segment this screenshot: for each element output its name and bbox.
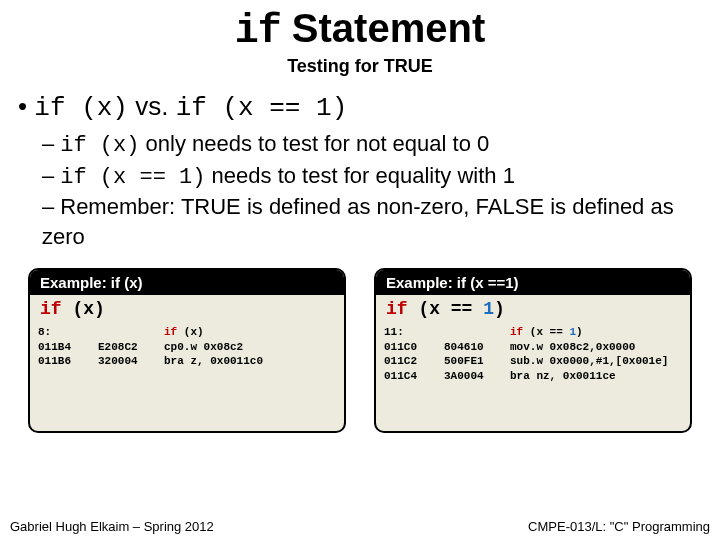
- example-header: Example: if (x): [30, 270, 344, 295]
- sub-bullet: –Remember: TRUE is defined as non-zero, …: [42, 192, 702, 251]
- examples-row: Example: if (x) if (x) 8: 011B4 011B6 E2…: [0, 268, 720, 433]
- code-snippet: if (x == 1): [60, 165, 205, 190]
- slide-title: if Statement: [0, 6, 720, 54]
- asm-listing: 8: 011B4 011B6 E208C2 320004 if (x) cp0.…: [30, 321, 344, 370]
- asm-addr-col: 8: 011B4 011B6: [38, 325, 90, 370]
- keyword: if: [510, 326, 523, 338]
- example-header: Example: if (x ==1): [376, 270, 690, 295]
- dash-icon: –: [42, 194, 54, 219]
- number-literal: 1: [483, 299, 494, 319]
- title-text: Statement: [281, 6, 486, 50]
- example-topcode: if (x): [30, 295, 344, 321]
- sub-bullets: –if (x) only needs to test for not equal…: [18, 129, 702, 252]
- asm-listing: 11: 011C0 011C2 011C4 804610 500FE1 3A00…: [376, 321, 690, 384]
- footer: Gabriel Hugh Elkaim – Spring 2012 CMPE-0…: [0, 519, 720, 534]
- vs-text: vs.: [128, 91, 176, 121]
- main-bullet: • if (x) vs. if (x == 1): [18, 91, 702, 123]
- bullet-text: needs to test for equality with 1: [205, 163, 514, 188]
- example-left: Example: if (x) if (x) 8: 011B4 011B6 E2…: [28, 268, 346, 433]
- code-text: (x): [62, 299, 105, 319]
- asm-op-col: if (x == 1) mov.w 0x08c2,0x0000 sub.w 0x…: [510, 325, 682, 384]
- bullet-text: Remember: TRUE is defined as non-zero, F…: [42, 194, 674, 249]
- asm-op-col: if (x) cp0.w 0x08c2 bra z, 0x0011c0: [164, 325, 336, 370]
- slide-subtitle: Testing for TRUE: [0, 56, 720, 77]
- dash-icon: –: [42, 131, 54, 156]
- code-snippet: if (x): [60, 133, 139, 158]
- keyword: if: [40, 299, 62, 319]
- code-text: (x ==: [408, 299, 484, 319]
- footer-right: CMPE-013/L: "C" Programming: [528, 519, 710, 534]
- dash-icon: –: [42, 163, 54, 188]
- asm-addr-col: 11: 011C0 011C2 011C4: [384, 325, 436, 384]
- asm-hex-col: 804610 500FE1 3A0004: [444, 325, 502, 384]
- code-text: ): [494, 299, 505, 319]
- title-code: if: [235, 9, 281, 54]
- example-topcode: if (x == 1): [376, 295, 690, 321]
- example-right: Example: if (x ==1) if (x == 1) 11: 011C…: [374, 268, 692, 433]
- sub-bullet: –if (x == 1) needs to test for equality …: [42, 161, 702, 193]
- asm-text: (x) cp0.w 0x08c2 bra z, 0x0011c0: [164, 326, 263, 368]
- asm-hex-col: E208C2 320004: [98, 325, 156, 370]
- keyword: if: [386, 299, 408, 319]
- sub-bullet: –if (x) only needs to test for not equal…: [42, 129, 702, 161]
- bullet-text: only needs to test for not equal to 0: [139, 131, 489, 156]
- keyword: if: [164, 326, 177, 338]
- code-snippet: if (x == 1): [176, 93, 348, 123]
- bullet-dot: •: [18, 91, 27, 121]
- content-area: • if (x) vs. if (x == 1) –if (x) only ne…: [0, 77, 720, 252]
- footer-left: Gabriel Hugh Elkaim – Spring 2012: [10, 519, 214, 534]
- code-snippet: if (x): [34, 93, 128, 123]
- asm-text: (x ==: [523, 326, 569, 338]
